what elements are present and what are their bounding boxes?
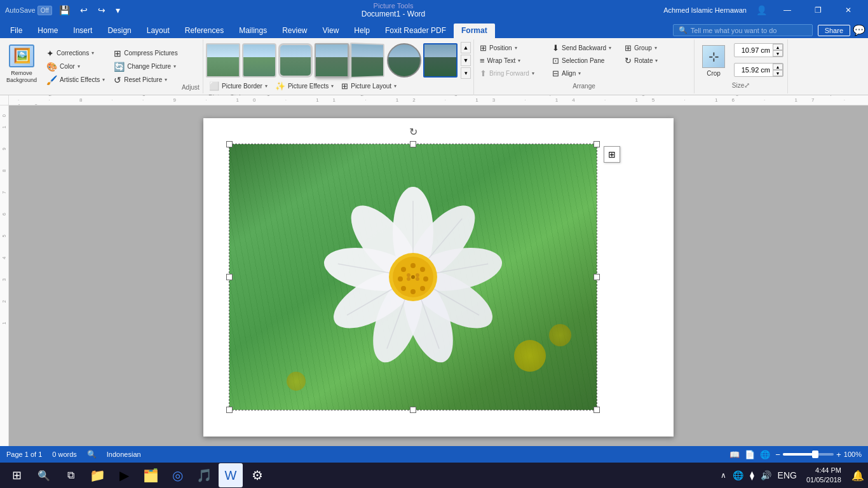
handle-nw[interactable] (226, 141, 233, 147)
align-button[interactable]: ⊟ Align ▾ (549, 67, 619, 79)
taskbar-chrome[interactable]: ◎ (165, 463, 189, 487)
taskbar-filemgr[interactable]: 🗂️ (139, 463, 163, 487)
zoom-in-button[interactable]: + (836, 450, 841, 459)
rotate-handle[interactable]: ↻ (409, 126, 417, 135)
layout-options-button[interactable]: ⊞ (604, 146, 620, 163)
search-input[interactable] (691, 27, 805, 34)
tab-design[interactable]: Design (100, 24, 139, 38)
save-button[interactable]: 💾 (56, 4, 73, 17)
zoom-slider[interactable] (783, 453, 834, 456)
tab-references[interactable]: References (177, 24, 231, 38)
tab-help[interactable]: Help (346, 24, 377, 38)
autosave-badge[interactable]: Off (37, 6, 52, 15)
undo-button[interactable]: ↩ (77, 4, 91, 17)
zoom-out-button[interactable]: − (775, 450, 780, 459)
web-layout-button[interactable]: 🌐 (760, 450, 770, 459)
gallery-item-3[interactable] (278, 43, 313, 78)
taskbar-settings[interactable]: ⚙ (245, 463, 269, 487)
taskbar-search[interactable]: 🔍 (32, 463, 56, 487)
handle-e[interactable] (593, 274, 600, 280)
print-layout-button[interactable]: 📄 (745, 450, 755, 459)
compress-pictures-button[interactable]: ⊞ Compress Pictures (111, 47, 180, 60)
tab-format[interactable]: Format (454, 24, 495, 38)
artistic-effects-button[interactable]: 🖌️ Artistic Effects ▾ (43, 74, 108, 86)
action-center-button[interactable]: 🔔 (851, 470, 864, 482)
image-container[interactable]: ↻ (229, 144, 597, 410)
gallery-item-7[interactable] (423, 43, 458, 78)
comment-button[interactable]: 💬 (853, 24, 865, 36)
document-title: Document1 - Word (123, 10, 663, 18)
group-button[interactable]: ⊞ Group ▾ (621, 42, 691, 54)
close-button[interactable]: ✕ (834, 0, 863, 20)
handle-s[interactable] (410, 407, 416, 413)
tab-view[interactable]: View (315, 24, 347, 38)
language-indicator[interactable]: ENG (776, 470, 799, 480)
minimize-button[interactable]: — (773, 0, 802, 20)
height-up-button[interactable]: ▲ (773, 44, 783, 50)
zoom-thumb[interactable] (812, 451, 818, 458)
customize-qat-button[interactable]: ▾ (112, 4, 123, 17)
gallery-more-button[interactable]: ▾ (461, 67, 471, 79)
restore-button[interactable]: ❐ (803, 0, 832, 20)
gallery-up-button[interactable]: ▲ (461, 42, 471, 53)
selection-pane-button[interactable]: ⊡ Selection Pane (549, 55, 619, 67)
redo-button[interactable]: ↪ (95, 4, 109, 17)
reset-picture-button[interactable]: ↺ Reset Picture ▾ (111, 74, 180, 86)
width-up-button[interactable]: ▲ (773, 64, 783, 70)
zoom-percentage[interactable]: 100% (844, 451, 862, 458)
gallery-item-5[interactable] (350, 43, 384, 78)
rotate-button[interactable]: ↻ Rotate ▾ (621, 55, 691, 67)
corrections-button[interactable]: ✦ Corrections ▾ (43, 47, 108, 60)
tab-file[interactable]: File (3, 24, 30, 38)
profile-button[interactable]: 👤 (753, 4, 770, 17)
tab-home[interactable]: Home (30, 24, 65, 38)
width-input[interactable] (735, 65, 773, 75)
proofing-icon[interactable]: 🔍 (87, 450, 97, 459)
share-button[interactable]: Share (818, 25, 850, 36)
gallery-item-4[interactable] (315, 43, 349, 78)
bring-forward-button[interactable]: ⬆ Bring Forward ▾ (477, 67, 546, 79)
height-down-button[interactable]: ▼ (773, 50, 783, 57)
handle-w[interactable] (226, 274, 233, 280)
network-icon[interactable]: 🌐 (731, 470, 745, 480)
position-button[interactable]: ⊞ Position ▾ (477, 42, 546, 54)
picture-border-button[interactable]: ⬜ Picture Border ▾ (206, 80, 271, 92)
handle-ne[interactable] (593, 141, 600, 147)
tab-layout[interactable]: Layout (139, 24, 177, 38)
taskbar-taskview[interactable]: ⧉ (58, 463, 83, 487)
remove-background-button[interactable]: 🖼️ RemoveBackground (3, 42, 41, 86)
color-button[interactable]: 🎨 Color ▾ (43, 60, 108, 73)
tab-foxit[interactable]: Foxit Reader PDF (377, 24, 454, 38)
wrap-text-button[interactable]: ≡ Wrap Text ▾ (477, 55, 546, 67)
taskbar-word[interactable]: W (219, 463, 243, 487)
tab-insert[interactable]: Insert (65, 24, 100, 38)
size-expand-button[interactable]: ⤢ (744, 81, 750, 90)
notification-chevron[interactable]: ∧ (719, 471, 728, 480)
width-down-button[interactable]: ▼ (773, 70, 783, 76)
send-backward-button[interactable]: ⬇ Send Backward ▾ (549, 42, 619, 54)
taskbar-media[interactable]: ▶ (112, 463, 136, 487)
gallery-item-1[interactable] (206, 43, 240, 78)
bluetooth-icon[interactable]: ⧫ (748, 470, 756, 480)
crop-button[interactable]: ⊹ Crop (698, 44, 729, 78)
gallery-item-2[interactable] (242, 43, 276, 78)
handle-sw[interactable] (226, 407, 233, 413)
tab-review[interactable]: Review (275, 24, 315, 38)
height-input[interactable] (735, 45, 773, 55)
start-button[interactable]: ⊞ (4, 463, 29, 487)
handle-n[interactable] (410, 141, 416, 147)
change-picture-button[interactable]: 🔄 Change Picture ▾ (111, 60, 180, 73)
taskbar-fileexplorer[interactable]: 📁 (85, 463, 109, 487)
picture-effects-button[interactable]: ✨ Picture Effects ▾ (272, 80, 337, 92)
language[interactable]: Indonesian (107, 451, 141, 458)
gallery-item-6[interactable] (387, 43, 421, 78)
handle-se[interactable] (593, 407, 600, 413)
taskbar-clock[interactable]: 4:44 PM 01/05/2018 (801, 466, 846, 485)
tab-mailings[interactable]: Mailings (231, 24, 275, 38)
sound-icon[interactable]: 🔊 (759, 470, 773, 480)
gallery-down-button[interactable]: ▼ (461, 55, 471, 66)
picture-layout-button[interactable]: ⊞ Picture Layout ▾ (338, 80, 400, 92)
read-mode-button[interactable]: 📖 (729, 450, 740, 459)
doc-scroll-area[interactable]: ↻ (9, 105, 868, 446)
taskbar-music[interactable]: 🎵 (192, 463, 216, 487)
